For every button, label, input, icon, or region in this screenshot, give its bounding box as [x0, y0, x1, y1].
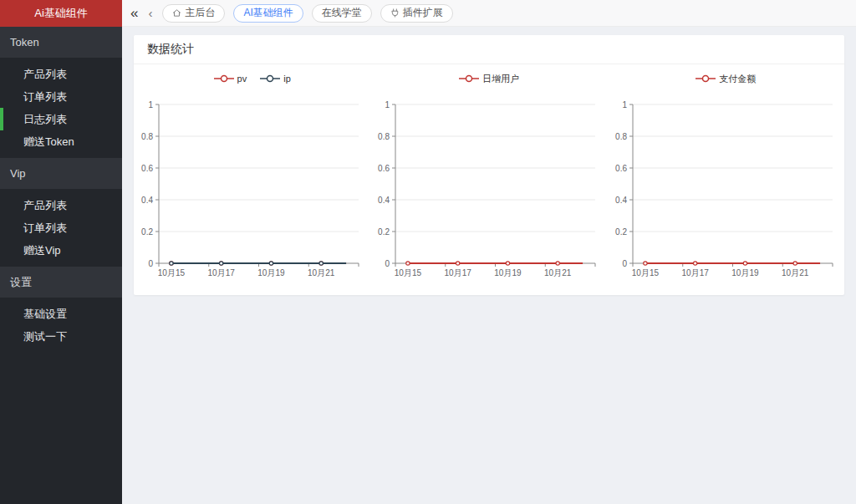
svg-text:0.8: 0.8	[615, 132, 627, 141]
plugin-icon	[390, 8, 400, 18]
svg-text:10月15: 10月15	[158, 268, 186, 277]
svg-text:10月15: 10月15	[632, 268, 660, 277]
sidebar-section-settings: 设置 基础设置 测试一下	[0, 267, 122, 353]
svg-text:0.8: 0.8	[141, 132, 153, 141]
legend-line-marker-icon	[214, 74, 234, 83]
sidebar: Ai基础组件 Token 产品列表 订单列表 日志列表 赠送Token Vip …	[0, 0, 122, 504]
svg-text:0.8: 0.8	[379, 132, 390, 141]
collapse-sidebar-icon[interactable]: «	[130, 6, 138, 20]
chart-payment-amount: 支付金额 00.20.40.60.8110月1510月1710月1910月21	[608, 64, 844, 290]
statistics-card: 数据统计 pvip 00.20.40.60.8110月1510月1710月191…	[134, 35, 844, 295]
svg-text:0.6: 0.6	[615, 164, 627, 173]
charts-row: pvip 00.20.40.60.8110月1510月1710月1910月21 …	[134, 64, 844, 295]
sidebar-section-settings-header: 设置	[0, 267, 122, 298]
sidebar-section-vip: Vip 产品列表 订单列表 赠送Vip	[0, 158, 122, 267]
chart-legend: 日增用户	[459, 68, 519, 89]
legend-line-marker-icon	[696, 74, 716, 83]
legend-line-marker-icon	[459, 74, 479, 83]
line-chart-plot: 00.20.40.60.8110月1510月1710月1910月21	[370, 89, 607, 290]
sidebar-section-token-header: Token	[0, 27, 122, 58]
svg-text:10月15: 10月15	[395, 268, 422, 277]
legend-item-日增用户[interactable]: 日增用户	[459, 73, 519, 85]
tab-label: 插件扩展	[403, 6, 443, 20]
chart-legend: 支付金额	[696, 68, 756, 89]
sidebar-item-order-list[interactable]: 订单列表	[0, 85, 122, 108]
sidebar-item-vip-product-list[interactable]: 产品列表	[0, 194, 122, 216]
back-icon[interactable]: ‹	[148, 7, 152, 19]
svg-text:10月17: 10月17	[445, 268, 472, 277]
svg-text:1: 1	[385, 100, 390, 109]
tab-online-school[interactable]: 在线学堂	[312, 4, 372, 23]
svg-text:10月17: 10月17	[208, 268, 236, 277]
svg-text:10月19: 10月19	[495, 268, 522, 277]
svg-text:10月21: 10月21	[308, 268, 335, 277]
svg-text:1: 1	[622, 100, 627, 109]
legend-label: ip	[283, 74, 291, 84]
topbar: « ‹ 主后台 AI基础组件 在线学堂	[122, 0, 856, 27]
tab-ai-components[interactable]: AI基础组件	[233, 4, 303, 23]
sidebar-item-product-list[interactable]: 产品列表	[0, 63, 122, 85]
chart-legend: pvip	[214, 68, 291, 89]
tab-label: 在线学堂	[322, 6, 362, 20]
svg-text:10月21: 10月21	[545, 268, 573, 277]
content-area: 数据统计 pvip 00.20.40.60.8110月1510月1710月191…	[122, 27, 856, 504]
svg-text:0.2: 0.2	[379, 227, 390, 237]
legend-label: pv	[237, 74, 247, 84]
svg-text:0: 0	[149, 259, 154, 268]
home-icon	[172, 8, 181, 18]
sidebar-item-basic-settings[interactable]: 基础设置	[0, 303, 122, 325]
sidebar-section-token: Token 产品列表 订单列表 日志列表 赠送Token	[0, 27, 122, 158]
svg-text:0.2: 0.2	[615, 227, 627, 237]
line-chart-plot: 00.20.40.60.8110月1510月1710月1910月21	[134, 89, 370, 290]
sidebar-item-test[interactable]: 测试一下	[0, 325, 122, 348]
app-title: Ai基础组件	[0, 0, 122, 27]
legend-line-marker-icon	[260, 74, 280, 83]
sidebar-item-gift-vip[interactable]: 赠送Vip	[0, 239, 122, 262]
chart-daily-users: 日增用户 00.20.40.60.8110月1510月1710月1910月21	[370, 64, 607, 290]
svg-text:0.2: 0.2	[141, 227, 153, 237]
tab-main-admin[interactable]: 主后台	[162, 4, 225, 23]
line-chart-plot: 00.20.40.60.8110月1510月1710月1910月21	[608, 89, 844, 290]
topbar-tabs: 主后台 AI基础组件 在线学堂 插件扩展	[162, 4, 452, 23]
card-title: 数据统计	[134, 35, 844, 64]
legend-label: 支付金额	[719, 73, 756, 85]
sidebar-item-log-list[interactable]: 日志列表	[0, 108, 122, 130]
svg-text:0.4: 0.4	[379, 196, 390, 205]
svg-text:10月17: 10月17	[681, 268, 709, 277]
sidebar-item-gift-token[interactable]: 赠送Token	[0, 130, 122, 153]
svg-text:0.4: 0.4	[615, 196, 627, 205]
svg-text:0.4: 0.4	[141, 196, 153, 205]
svg-text:0: 0	[385, 259, 390, 268]
svg-text:0.6: 0.6	[141, 164, 153, 173]
sidebar-item-vip-order-list[interactable]: 订单列表	[0, 216, 122, 239]
svg-text:0: 0	[622, 259, 627, 268]
legend-item-支付金额[interactable]: 支付金额	[696, 73, 756, 85]
tab-label: AI基础组件	[243, 6, 293, 20]
svg-text:10月21: 10月21	[782, 268, 809, 277]
tab-plugin-extension[interactable]: 插件扩展	[380, 4, 453, 23]
svg-text:1: 1	[149, 100, 154, 109]
sidebar-section-vip-header: Vip	[0, 158, 122, 189]
legend-item-ip[interactable]: ip	[260, 74, 291, 84]
legend-item-pv[interactable]: pv	[214, 74, 247, 84]
svg-text:10月19: 10月19	[257, 268, 285, 277]
legend-label: 日增用户	[482, 73, 519, 85]
chart-pv-ip: pvip 00.20.40.60.8110月1510月1710月1910月21	[134, 64, 370, 290]
tab-label: 主后台	[185, 6, 215, 20]
svg-text:0.6: 0.6	[379, 164, 390, 173]
svg-text:10月19: 10月19	[731, 268, 759, 277]
main-area: « ‹ 主后台 AI基础组件 在线学堂	[122, 0, 856, 504]
